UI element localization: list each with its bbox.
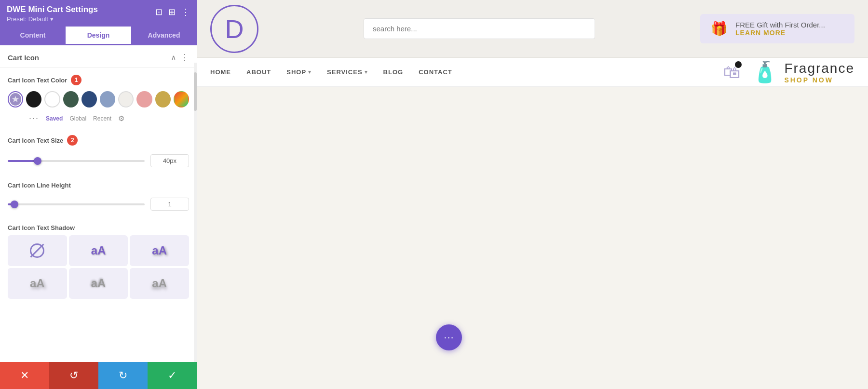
nav-right: 🛍 🧴 Fragrance SHOP NOW bbox=[723, 60, 854, 84]
size-field-label: Cart Icon Text Size bbox=[8, 137, 63, 144]
recent-label[interactable]: Recent bbox=[93, 115, 111, 122]
size-slider-row: 40px bbox=[8, 154, 189, 167]
shadow-text-3: aA bbox=[30, 277, 45, 290]
tab-content[interactable]: Content bbox=[0, 27, 66, 45]
nav-blog[interactable]: BLOG bbox=[383, 68, 404, 76]
size-slider-track[interactable] bbox=[8, 160, 145, 162]
panel-preset[interactable]: Preset: Default ▾ bbox=[7, 15, 98, 23]
line-height-label: Cart Icon Line Height bbox=[8, 182, 71, 189]
shadow-text-2: aA bbox=[152, 244, 167, 257]
shadow-text-5: aA bbox=[152, 277, 167, 290]
line-height-track[interactable] bbox=[8, 203, 145, 205]
preview-nav: HOME ABOUT SHOP ▾ SERVICES ▾ BLOG CONTAC… bbox=[197, 58, 868, 87]
swatch-darkgreen[interactable] bbox=[63, 91, 79, 107]
floating-action-button[interactable]: ··· bbox=[436, 324, 462, 350]
shadow-option-3[interactable]: aA bbox=[8, 268, 67, 299]
swatch-custom[interactable] bbox=[174, 91, 189, 107]
shadow-grid: aA aA aA aA aA bbox=[0, 235, 197, 307]
size-input[interactable]: 40px bbox=[150, 154, 189, 167]
search-input[interactable] bbox=[364, 18, 595, 39]
line-height-thumb[interactable] bbox=[11, 201, 18, 208]
saved-label[interactable]: Saved bbox=[46, 115, 63, 122]
nav-shop[interactable]: SHOP ▾ bbox=[286, 68, 312, 76]
swatch-white[interactable] bbox=[44, 91, 60, 107]
nav-home[interactable]: HOME bbox=[210, 68, 231, 76]
undo-button[interactable]: ↺ bbox=[49, 362, 98, 389]
shadow-option-1[interactable]: aA bbox=[69, 235, 128, 266]
swatch-gold[interactable] bbox=[155, 91, 171, 107]
services-chevron-icon: ▾ bbox=[365, 69, 368, 75]
swatch-lightgray[interactable] bbox=[118, 91, 134, 107]
bottom-toolbar: ✕ ↺ ↻ ✓ bbox=[0, 362, 197, 389]
line-height-slider-row: 1 bbox=[8, 198, 189, 211]
shadow-label: Cart Icon Text Shadow bbox=[0, 218, 197, 235]
size-slider-field: 40px bbox=[0, 149, 197, 175]
panel-body: Cart Icon ∧ ⋮ Cart Icon Text Color 1 bbox=[0, 45, 197, 389]
swatch-black[interactable] bbox=[26, 91, 41, 107]
swatch-purple[interactable] bbox=[8, 91, 23, 107]
section-controls: ∧ ⋮ bbox=[171, 52, 189, 63]
section-menu-icon[interactable]: ⋮ bbox=[180, 52, 189, 63]
shadow-text-1: aA bbox=[91, 244, 106, 257]
panel-header: DWE Mini Cart Settings Preset: Default ▾… bbox=[0, 0, 197, 27]
header-icons: ⊡ ⊞ ⋮ bbox=[155, 5, 190, 17]
line-height-input[interactable]: 1 bbox=[150, 198, 189, 211]
size-field-label-row: Cart Icon Text Size 2 bbox=[0, 128, 197, 149]
fragrance-area: 🧴 Fragrance SHOP NOW bbox=[752, 60, 854, 84]
expand-dots[interactable]: ··· bbox=[29, 113, 39, 123]
cart-dot bbox=[735, 61, 742, 68]
site-logo: D bbox=[210, 5, 258, 53]
responsive-icon[interactable]: ⊡ bbox=[155, 7, 163, 17]
line-height-slider-field: 1 bbox=[0, 193, 197, 218]
swatch-pink[interactable] bbox=[136, 91, 152, 107]
tab-advanced[interactable]: Advanced bbox=[131, 27, 197, 45]
promo-learn-more[interactable]: LEARN MORE bbox=[735, 29, 825, 37]
nav-contact[interactable]: CONTACT bbox=[419, 68, 452, 76]
shadow-option-4[interactable]: aA bbox=[69, 268, 128, 299]
cart-icon-wrapper[interactable]: 🛍 bbox=[723, 62, 741, 82]
swatch-lightblue[interactable] bbox=[100, 91, 115, 107]
swatch-darkblue[interactable] bbox=[81, 91, 97, 107]
color-swatches bbox=[0, 89, 197, 111]
panel-title: DWE Mini Cart Settings bbox=[7, 5, 98, 14]
fragrance-shop-now[interactable]: SHOP NOW bbox=[784, 76, 854, 84]
cancel-button[interactable]: ✕ bbox=[0, 362, 49, 389]
cart-icon-section: Cart Icon ∧ ⋮ bbox=[0, 45, 197, 68]
settings-panel: DWE Mini Cart Settings Preset: Default ▾… bbox=[0, 0, 197, 389]
size-slider-thumb[interactable] bbox=[34, 157, 41, 165]
promo-top-text: FREE Gift with First Order... bbox=[735, 21, 825, 29]
tab-design[interactable]: Design bbox=[66, 27, 131, 45]
size-slider-fill bbox=[8, 160, 38, 162]
more-icon[interactable]: ⋮ bbox=[181, 7, 190, 17]
color-settings-icon[interactable]: ⚙ bbox=[118, 114, 124, 123]
color-field-label: Cart Icon Text Color bbox=[8, 77, 67, 84]
redo-button[interactable]: ↻ bbox=[98, 362, 148, 389]
color-options-row: ··· Saved Global Recent ⚙ bbox=[0, 111, 197, 128]
color-badge: 1 bbox=[71, 75, 81, 85]
section-title: Cart Icon bbox=[8, 54, 39, 62]
color-field-label-row: Cart Icon Text Color 1 bbox=[0, 68, 197, 89]
preview-panel: D 🎁 FREE Gift with First Order... LEARN … bbox=[197, 0, 868, 389]
shop-chevron-icon: ▾ bbox=[308, 69, 312, 75]
save-button[interactable]: ✓ bbox=[148, 362, 197, 389]
floating-dots-icon: ··· bbox=[444, 331, 454, 344]
layout-icon[interactable]: ⊞ bbox=[168, 7, 176, 17]
size-badge: 2 bbox=[67, 135, 78, 146]
nav-services[interactable]: SERVICES ▾ bbox=[327, 68, 368, 76]
fragrance-bottle-icon: 🧴 bbox=[752, 60, 777, 84]
promo-banner: 🎁 FREE Gift with First Order... LEARN MO… bbox=[700, 14, 854, 43]
preview-topbar: D 🎁 FREE Gift with First Order... LEARN … bbox=[197, 0, 868, 58]
shadow-option-2[interactable]: aA bbox=[130, 235, 189, 266]
shadow-none[interactable] bbox=[8, 235, 67, 266]
collapse-icon[interactable]: ∧ bbox=[171, 53, 176, 62]
gift-icon: 🎁 bbox=[711, 21, 728, 37]
preview-canvas bbox=[197, 87, 868, 389]
search-container bbox=[364, 18, 595, 39]
line-height-label-row: Cart Icon Line Height bbox=[0, 175, 197, 193]
nav-links: HOME ABOUT SHOP ▾ SERVICES ▾ BLOG CONTAC… bbox=[210, 68, 452, 76]
global-label[interactable]: Global bbox=[69, 115, 86, 122]
shadow-option-5[interactable]: aA bbox=[130, 268, 189, 299]
nav-about[interactable]: ABOUT bbox=[246, 68, 271, 76]
fragrance-title: Fragrance bbox=[784, 61, 854, 76]
logo-letter: D bbox=[225, 14, 244, 44]
